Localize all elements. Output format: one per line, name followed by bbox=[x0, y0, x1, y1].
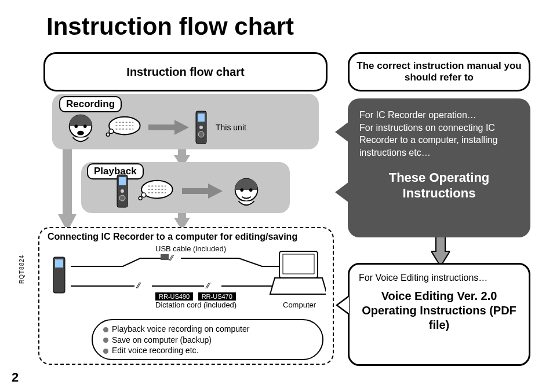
svg-point-13 bbox=[199, 126, 203, 129]
right-header-label: The correct instruction manual you shoul… bbox=[354, 60, 524, 83]
recording-box: Recording bbox=[52, 94, 319, 149]
bullet-item: Playback voice recording on computer bbox=[103, 324, 312, 334]
playback-box: Playback bbox=[81, 162, 290, 213]
bullet-item: Save on computer (backup) bbox=[103, 335, 312, 345]
document-number: RQT8824 bbox=[19, 255, 25, 284]
svg-rect-36 bbox=[283, 254, 314, 274]
person-talking-icon bbox=[64, 111, 97, 144]
this-unit-label: This unit bbox=[216, 123, 246, 132]
flowchart-header-box: Instruction flow chart bbox=[43, 52, 328, 91]
white-callout-title: Voice Editing Ver. 2.0 Operating Instruc… bbox=[359, 289, 519, 332]
callout-pointer-icon bbox=[335, 122, 349, 142]
svg-rect-12 bbox=[198, 113, 205, 122]
gray-callout-title: These Operating Instructions bbox=[359, 170, 519, 201]
ic-recorder-icon bbox=[116, 174, 129, 208]
speech-bubble-icon bbox=[103, 115, 143, 140]
svg-marker-40 bbox=[431, 234, 450, 266]
svg-text:⁄⁄: ⁄⁄ bbox=[205, 281, 211, 290]
connecting-box: Connecting IC Recorder to a computer for… bbox=[38, 227, 334, 365]
model-tag-1: RR-US490 bbox=[155, 292, 193, 301]
svg-point-14 bbox=[198, 131, 204, 137]
arrow-right-icon bbox=[182, 184, 223, 199]
white-callout-desc: For Voice Editing instructions… bbox=[359, 273, 519, 283]
connecting-title: Connecting IC Recorder to a computer for… bbox=[48, 232, 325, 242]
right-header-box: The correct instruction manual you shoul… bbox=[348, 52, 530, 91]
svg-text:⁄⁄: ⁄⁄ bbox=[169, 253, 174, 262]
svg-marker-10 bbox=[148, 120, 189, 135]
gray-callout-desc: For IC Recorder operation… For instructi… bbox=[359, 109, 519, 159]
svg-point-28 bbox=[249, 188, 253, 192]
svg-marker-37 bbox=[58, 145, 77, 232]
connecting-bullets: Playback voice recording on computer Sav… bbox=[92, 319, 323, 360]
svg-rect-31 bbox=[161, 254, 169, 260]
page-title: Instruction flow chart bbox=[46, 13, 294, 41]
callout-pointer-icon bbox=[335, 182, 349, 203]
svg-marker-25 bbox=[182, 184, 223, 199]
operating-instructions-callout: For IC Recorder operation… For instructi… bbox=[348, 98, 530, 237]
svg-point-6 bbox=[109, 129, 114, 134]
arrow-down-icon bbox=[58, 145, 77, 232]
svg-point-21 bbox=[141, 193, 146, 197]
svg-point-18 bbox=[119, 195, 125, 201]
svg-text:⁄⁄: ⁄⁄ bbox=[136, 281, 141, 290]
svg-point-2 bbox=[83, 124, 87, 128]
arrow-right-icon bbox=[148, 120, 189, 135]
svg-point-27 bbox=[240, 188, 243, 192]
flowchart-header-label: Instruction flow chart bbox=[126, 65, 244, 79]
dictation-cord-label: Dictation cord (included) bbox=[155, 301, 237, 309]
svg-point-20 bbox=[139, 197, 142, 200]
model-tags: RR-US490 RR-US470 bbox=[155, 291, 238, 301]
ic-recorder-icon bbox=[195, 110, 208, 145]
computer-label: Computer bbox=[283, 301, 316, 309]
svg-point-3 bbox=[77, 131, 84, 135]
arrow-down-icon bbox=[431, 234, 450, 266]
svg-rect-30 bbox=[55, 259, 63, 268]
svg-rect-16 bbox=[119, 177, 126, 185]
svg-point-17 bbox=[121, 189, 124, 193]
svg-point-1 bbox=[74, 124, 78, 128]
svg-point-5 bbox=[106, 133, 110, 137]
voice-editing-callout: For Voice Editing instructions… Voice Ed… bbox=[348, 263, 530, 366]
person-listening-icon bbox=[230, 174, 263, 208]
bullet-item: Edit voice recording etc. bbox=[103, 345, 312, 356]
callout-pointer-icon bbox=[336, 295, 350, 316]
model-tag-2: RR-US470 bbox=[198, 292, 236, 301]
page-number: 2 bbox=[12, 370, 19, 385]
speech-bubble-icon bbox=[136, 178, 175, 204]
